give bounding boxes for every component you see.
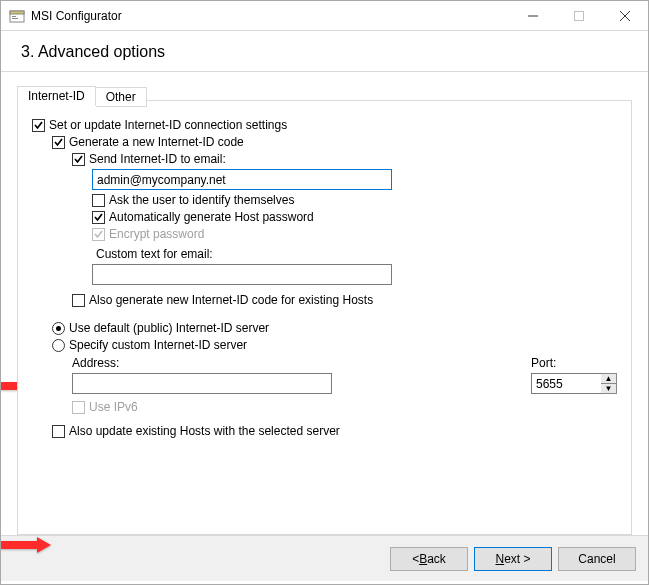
use-default-server-radio[interactable] <box>52 322 65 335</box>
internet-id-panel: Set or update Internet-ID connection set… <box>18 101 631 534</box>
specify-custom-server-radio[interactable] <box>52 339 65 352</box>
set-update-checkbox[interactable] <box>32 119 45 132</box>
also-generate-checkbox[interactable] <box>72 294 85 307</box>
close-button[interactable] <box>602 1 648 30</box>
page-title: 3. Advanced options <box>1 31 648 72</box>
email-input[interactable] <box>92 169 392 190</box>
specify-custom-server-label: Specify custom Internet-ID server <box>69 338 247 352</box>
also-generate-label: Also generate new Internet-ID code for e… <box>89 293 373 307</box>
content-area: Internet-ID Other Set or update Internet… <box>1 72 648 535</box>
app-icon <box>9 8 25 24</box>
use-default-server-label: Use default (public) Internet-ID server <box>69 321 269 335</box>
cancel-button[interactable]: Cancel <box>558 547 636 571</box>
port-spin-up[interactable]: ▲ <box>601 374 616 384</box>
auto-host-pwd-label: Automatically generate Host password <box>109 210 314 224</box>
send-email-label: Send Internet-ID to email: <box>89 152 226 166</box>
ask-user-checkbox[interactable] <box>92 194 105 207</box>
next-button[interactable]: Next > <box>474 547 552 571</box>
titlebar: MSI Configurator <box>1 1 648 31</box>
window-title: MSI Configurator <box>31 9 510 23</box>
port-label: Port: <box>531 356 617 370</box>
address-label: Address: <box>72 356 511 370</box>
wizard-footer: < Back Next > Cancel <box>1 535 648 581</box>
back-button[interactable]: < Back <box>390 547 468 571</box>
custom-text-input[interactable] <box>92 264 392 285</box>
use-ipv6-label: Use IPv6 <box>89 400 138 414</box>
svg-rect-2 <box>12 16 16 17</box>
encrypt-pwd-checkbox <box>92 228 105 241</box>
custom-text-label: Custom text for email: <box>96 247 213 261</box>
port-spin-down[interactable]: ▼ <box>601 384 616 393</box>
generate-new-checkbox[interactable] <box>52 136 65 149</box>
generate-new-label: Generate a new Internet-ID code <box>69 135 244 149</box>
auto-host-pwd-checkbox[interactable] <box>92 211 105 224</box>
tab-internet-id[interactable]: Internet-ID <box>17 86 96 106</box>
svg-rect-3 <box>12 18 18 19</box>
send-email-checkbox[interactable] <box>72 153 85 166</box>
ask-user-label: Ask the user to identify themselves <box>109 193 294 207</box>
also-update-checkbox[interactable] <box>52 425 65 438</box>
also-update-label: Also update existing Hosts with the sele… <box>69 424 340 438</box>
svg-rect-5 <box>575 11 584 20</box>
address-input[interactable] <box>72 373 332 394</box>
use-ipv6-checkbox <box>72 401 85 414</box>
minimize-button[interactable] <box>510 1 556 30</box>
port-input[interactable] <box>531 373 601 394</box>
encrypt-pwd-label: Encrypt password <box>109 227 204 241</box>
tab-other[interactable]: Other <box>96 87 147 107</box>
set-update-label: Set or update Internet-ID connection set… <box>49 118 287 132</box>
maximize-button[interactable] <box>556 1 602 30</box>
svg-rect-1 <box>10 11 24 14</box>
